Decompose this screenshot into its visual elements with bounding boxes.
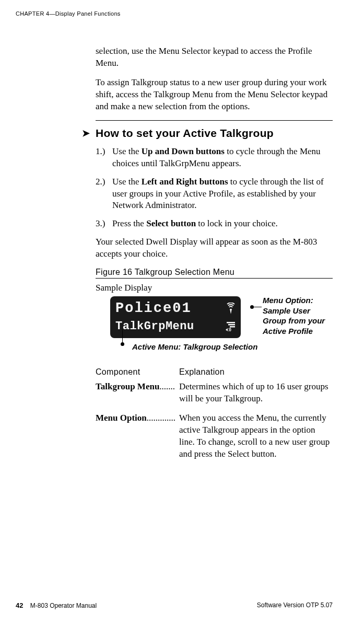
antenna-signal-icon	[225, 303, 237, 314]
figure-caption: Figure 16 Talkgroup Selection Menu	[96, 268, 333, 277]
component-explanation: Determines which of up to 16 user groups…	[179, 381, 333, 405]
step-text-pre: Use the	[112, 177, 142, 187]
page-number: 42	[16, 601, 23, 609]
svg-marker-4	[226, 328, 228, 331]
steps-list: 1.) Use the Up and Down buttons to cycle…	[96, 146, 333, 230]
page-footer: 42 M-803 Operator Manual Software Versio…	[16, 601, 333, 609]
callout-active-menu: Active Menu: Talkgroup Selection	[132, 342, 257, 351]
step-2: 2.) Use the Left and Right buttons to cy…	[109, 176, 333, 212]
footer-left: 42 M-803 Operator Manual	[16, 601, 97, 609]
callout-dot	[121, 342, 124, 346]
document-page: CHAPTER 4—Display Panel Functions select…	[0, 0, 364, 625]
step-text-pre: Press the	[112, 218, 146, 228]
volume-bars-icon	[225, 321, 237, 331]
callout-connector	[252, 307, 262, 307]
section-divider	[96, 120, 333, 121]
table-row: Menu Option............. When you access…	[96, 412, 333, 460]
leader-dots: .......	[159, 381, 175, 391]
main-content: selection, use the Menu Selector keypad …	[96, 45, 333, 460]
component-name: Talkgroup Menu.......	[96, 381, 179, 405]
callout-line: Active Profile	[263, 327, 313, 335]
lcd-line1-text: Police01	[115, 300, 225, 316]
callout-connector	[122, 329, 123, 344]
lcd-row-1: Police01	[115, 299, 237, 317]
lcd-line2-text: TalkGrpMenu	[115, 320, 225, 333]
svg-marker-0	[230, 309, 232, 314]
running-header: CHAPTER 4—Display Panel Functions	[16, 10, 333, 17]
intro-paragraph-2: To assign Talkgroup status to a new user…	[96, 77, 333, 113]
table-row: Talkgroup Menu....... Determines which o…	[96, 381, 333, 405]
header-explanation: Explanation	[179, 367, 225, 377]
component-explanation: When you access the Menu, the currently …	[179, 412, 333, 460]
callout-line: Sample User	[263, 306, 310, 315]
step-text-post: to lock in your choice.	[196, 218, 278, 228]
step-text-bold: Up and Down buttons	[142, 146, 225, 156]
manual-title: M-803 Operator Manual	[30, 602, 97, 609]
figure-divider	[96, 278, 333, 279]
step-1: 1.) Use the Up and Down buttons to cycle…	[109, 146, 333, 170]
footer-right: Software Version OTP 5.07	[257, 601, 333, 609]
section-heading: How to set your Active Talkgroup	[96, 127, 333, 140]
svg-rect-1	[227, 322, 235, 323]
component-table-header: Component Explanation	[96, 367, 333, 377]
component-name: Menu Option.............	[96, 412, 179, 460]
step-text-bold: Select button	[146, 218, 196, 228]
callout-line: Menu Option:	[263, 296, 313, 305]
step-3: 3.) Press the Select button to lock in y…	[109, 218, 333, 230]
svg-rect-3	[230, 326, 235, 328]
step-number: 2.)	[96, 176, 109, 188]
section-note: Your selected Dwell Display will appear …	[96, 236, 333, 260]
step-text-bold: Left and Right buttons	[142, 177, 228, 187]
step-text-pre: Use the	[112, 146, 142, 156]
lcd-row-2: TalkGrpMenu	[115, 317, 237, 335]
lcd-screen: Police01 TalkGrpMenu	[110, 296, 241, 338]
sample-display-label: Sample Display	[96, 283, 333, 293]
callout-menu-option: Menu Option: Sample User Group from your…	[263, 295, 351, 336]
svg-rect-2	[228, 324, 235, 326]
step-number: 1.)	[96, 146, 109, 158]
component-name-bold: Talkgroup Menu	[96, 381, 159, 391]
header-component: Component	[96, 367, 179, 377]
leader-dots: .............	[147, 413, 175, 423]
intro-paragraph-1: selection, use the Menu Selector keypad …	[96, 45, 333, 70]
callout-line: Group from your	[263, 316, 325, 325]
display-figure: Police01 TalkGrpMenu	[96, 296, 333, 353]
component-name-bold: Menu Option	[96, 413, 147, 423]
step-number: 3.)	[96, 218, 109, 230]
